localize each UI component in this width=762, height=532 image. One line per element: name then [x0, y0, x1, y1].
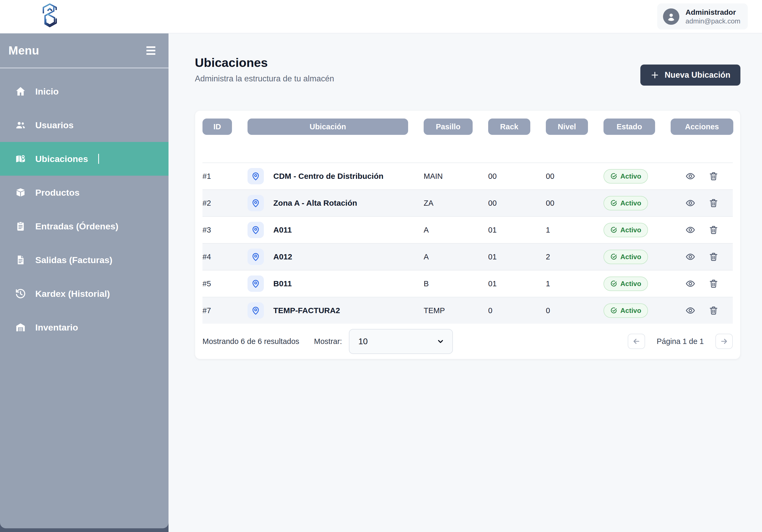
- show-label: Mostrar:: [314, 337, 342, 346]
- table-body: #1 CDM - Centro de Distribución MAIN 00 …: [202, 163, 733, 324]
- location-name: Zona A - Alta Rotación: [273, 198, 357, 207]
- main-area: Ubicaciones Administra la estructura de …: [169, 34, 762, 532]
- delete-button[interactable]: [709, 225, 719, 235]
- sidebar-item-kardex[interactable]: Kardex (Historial): [0, 277, 169, 311]
- app-logo-icon: [39, 3, 60, 30]
- row-id: #5: [202, 279, 232, 288]
- sidebar-item-entradas[interactable]: Entradas (Órdenes): [0, 209, 169, 243]
- row-nivel: 00: [546, 172, 588, 181]
- next-page-button[interactable]: [716, 334, 733, 349]
- table-row[interactable]: #5 B011 B 01 1 Activo: [202, 270, 733, 297]
- eye-icon: [685, 198, 695, 208]
- row-id: #4: [202, 253, 232, 261]
- row-rack: 00: [488, 172, 530, 181]
- row-pasillo: TEMP: [424, 306, 473, 315]
- column-header-id[interactable]: ID: [202, 118, 232, 135]
- column-header-rack[interactable]: Rack: [488, 118, 530, 135]
- locations-table-card: ID Ubicación Pasillo Rack Nivel Estado A…: [195, 111, 740, 359]
- row-location: CDM - Centro de Distribución: [248, 168, 408, 184]
- view-button[interactable]: [685, 252, 695, 262]
- table-row[interactable]: #7 TEMP-FACTURA2 TEMP 0 0 Activo: [202, 297, 733, 324]
- table-row[interactable]: #4 A012 A 01 2 Activo: [202, 243, 733, 270]
- status-badge: Activo: [603, 303, 648, 318]
- delete-button[interactable]: [709, 252, 719, 262]
- column-header-ubicacion[interactable]: Ubicación: [248, 118, 408, 135]
- row-nivel: 1: [546, 279, 588, 288]
- arrow-left-icon: [632, 337, 641, 345]
- table-footer: Mostrando 6 de 6 resultados Mostrar: 10 …: [202, 324, 733, 359]
- clipboard-icon: [15, 220, 26, 232]
- column-header-nivel[interactable]: Nivel: [546, 118, 588, 135]
- hamburger-icon[interactable]: [146, 46, 155, 55]
- sidebar-item-ubicaciones[interactable]: Ubicaciones: [0, 142, 169, 176]
- table-header: ID Ubicación Pasillo Rack Nivel Estado A…: [202, 118, 733, 135]
- page-size-select[interactable]: 10: [349, 329, 453, 354]
- page-indicator: Página 1 de 1: [657, 337, 704, 346]
- table-row[interactable]: #2 Zona A - Alta Rotación ZA 00 00 Activ…: [202, 190, 733, 216]
- row-actions: [671, 279, 733, 289]
- table-row[interactable]: #1 CDM - Centro de Distribución MAIN 00 …: [202, 163, 733, 190]
- check-circle-icon: [610, 200, 617, 206]
- view-button[interactable]: [685, 198, 695, 208]
- location-pin-icon: [248, 275, 264, 292]
- text-caret: [98, 154, 99, 164]
- row-rack: 0: [488, 306, 530, 315]
- location-pin-icon: [248, 222, 264, 238]
- warehouse-icon: [15, 322, 26, 333]
- delete-button[interactable]: [709, 198, 719, 208]
- delete-button[interactable]: [709, 171, 719, 181]
- results-count: Mostrando 6 de 6 resultados: [202, 337, 299, 346]
- trash-icon: [709, 252, 719, 262]
- check-circle-icon: [610, 173, 617, 180]
- trash-icon: [709, 171, 719, 181]
- arrow-right-icon: [720, 337, 728, 345]
- row-nivel: 2: [546, 253, 588, 261]
- row-location: Zona A - Alta Rotación: [248, 195, 408, 211]
- sidebar-item-inventario[interactable]: Inventario: [0, 311, 169, 344]
- check-circle-icon: [610, 280, 617, 287]
- delete-button[interactable]: [709, 279, 719, 289]
- home-icon: [15, 86, 26, 97]
- eye-icon: [685, 306, 695, 316]
- sidebar-item-usuarios[interactable]: Usuarios: [0, 108, 169, 142]
- sidebar-item-salidas[interactable]: Salidas (Facturas): [0, 243, 169, 277]
- users-icon: [15, 119, 26, 131]
- table-row[interactable]: #3 A011 A 01 1 Activo: [202, 216, 733, 243]
- filter-row-spacer: [202, 135, 733, 163]
- view-button[interactable]: [685, 171, 695, 181]
- row-rack: 00: [488, 199, 530, 207]
- view-button[interactable]: [685, 306, 695, 316]
- user-chip[interactable]: Administrador admin@pack.com: [657, 3, 748, 30]
- row-rack: 01: [488, 279, 530, 288]
- eye-icon: [685, 225, 695, 235]
- column-header-estado[interactable]: Estado: [603, 118, 655, 135]
- view-button[interactable]: [685, 279, 695, 289]
- row-id: #2: [202, 199, 232, 207]
- prev-page-button[interactable]: [628, 334, 645, 349]
- sidebar-nav: Inicio Usuarios: [0, 68, 169, 344]
- sidebar-item-inicio[interactable]: Inicio: [0, 75, 169, 108]
- location-name: CDM - Centro de Distribución: [273, 172, 383, 181]
- column-header-acciones[interactable]: Acciones: [671, 118, 733, 135]
- map-pin-icon: [15, 153, 26, 165]
- row-pasillo: B: [424, 279, 473, 288]
- check-circle-icon: [610, 226, 617, 233]
- row-nivel: 1: [546, 226, 588, 234]
- trash-icon: [709, 198, 719, 208]
- location-name: A011: [273, 225, 292, 234]
- new-location-button[interactable]: Nueva Ubicación: [640, 64, 740, 86]
- row-pasillo: A: [424, 226, 473, 234]
- topbar: Administrador admin@pack.com: [0, 0, 762, 34]
- row-rack: 01: [488, 253, 530, 261]
- location-pin-icon: [248, 168, 264, 184]
- view-button[interactable]: [685, 225, 695, 235]
- location-name: TEMP-FACTURA2: [273, 306, 340, 315]
- row-rack: 01: [488, 226, 530, 234]
- row-id: #7: [202, 306, 232, 315]
- column-header-pasillo[interactable]: Pasillo: [424, 118, 473, 135]
- sidebar: Menu Inicio Usuarios: [0, 34, 169, 528]
- user-name: Administrador: [686, 8, 740, 17]
- sidebar-item-productos[interactable]: Productos: [0, 176, 169, 209]
- sidebar-header: Menu: [0, 34, 169, 68]
- delete-button[interactable]: [709, 306, 719, 316]
